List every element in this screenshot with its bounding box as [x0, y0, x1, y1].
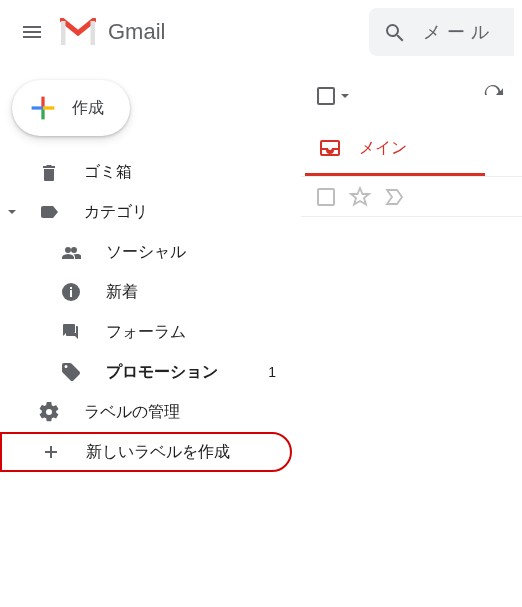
- sidebar-item-label: フォーラム: [106, 322, 292, 343]
- sidebar-item-create-label[interactable]: 新しいラベルを作成: [0, 432, 292, 472]
- compose-label: 作成: [72, 98, 104, 119]
- svg-rect-1: [91, 21, 96, 45]
- mail-row[interactable]: [301, 177, 522, 217]
- sidebar-item-manage-labels[interactable]: ラベルの管理: [0, 392, 292, 432]
- sidebar-item-count: 1: [268, 364, 292, 380]
- hamburger-icon: [20, 20, 44, 44]
- gmail-logo[interactable]: Gmail: [60, 18, 165, 46]
- svg-rect-8: [70, 287, 72, 289]
- sidebar-item-categories[interactable]: カテゴリ: [0, 192, 292, 232]
- gmail-text: Gmail: [108, 19, 165, 45]
- star-icon[interactable]: [349, 186, 371, 208]
- search-icon: [383, 21, 405, 43]
- info-icon: [61, 282, 81, 302]
- svg-rect-5: [43, 106, 54, 109]
- sidebar-item-label: カテゴリ: [84, 202, 292, 223]
- tab-primary[interactable]: メイン: [301, 120, 522, 176]
- chevron-down-icon: [339, 90, 351, 102]
- plus-icon: [41, 442, 61, 462]
- sidebar-item-promotions[interactable]: プロモーション 1: [0, 352, 292, 392]
- sidebar-item-label: 新しいラベルを作成: [86, 442, 290, 463]
- inbox-icon: [319, 137, 341, 159]
- svg-rect-7: [70, 290, 72, 297]
- compose-button[interactable]: 作成: [12, 80, 130, 136]
- select-all-checkbox[interactable]: [317, 87, 351, 105]
- importance-icon[interactable]: [385, 186, 407, 208]
- sidebar-item-updates[interactable]: 新着: [0, 272, 292, 312]
- chevron-down-icon: [5, 205, 19, 219]
- svg-rect-0: [61, 21, 66, 45]
- tag-icon: [61, 362, 81, 382]
- sidebar-item-label: ゴミ箱: [84, 162, 292, 183]
- trash-icon: [39, 162, 59, 182]
- sidebar-item-trash[interactable]: ゴミ箱: [0, 152, 292, 192]
- svg-rect-2: [41, 97, 44, 108]
- plus-multicolor-icon: [30, 95, 56, 121]
- main-menu-button[interactable]: [8, 8, 56, 56]
- refresh-button[interactable]: [474, 76, 514, 116]
- sidebar-item-label: 新着: [106, 282, 292, 303]
- label-icon: [39, 202, 59, 222]
- sidebar-item-label: ソーシャル: [106, 242, 292, 263]
- gear-icon: [39, 402, 59, 422]
- row-checkbox[interactable]: [317, 188, 335, 206]
- search-placeholder: メール: [423, 20, 495, 44]
- gmail-m-icon: [60, 18, 96, 46]
- sidebar-item-social[interactable]: ソーシャル: [0, 232, 292, 272]
- sidebar-item-label: プロモーション: [106, 362, 268, 383]
- sidebar-item-label: ラベルの管理: [84, 402, 292, 423]
- forum-icon: [61, 322, 81, 342]
- sidebar-item-forums[interactable]: フォーラム: [0, 312, 292, 352]
- tab-label: メイン: [359, 138, 407, 159]
- checkbox-icon: [317, 87, 335, 105]
- people-icon: [61, 242, 81, 262]
- svg-rect-3: [41, 108, 44, 119]
- search-box[interactable]: メール: [369, 8, 514, 56]
- sidebar: 作成 ゴミ箱 カテゴリ ソーシャル: [0, 64, 300, 472]
- svg-rect-4: [32, 106, 43, 109]
- refresh-icon: [483, 85, 505, 107]
- mail-toolbar: [301, 72, 522, 120]
